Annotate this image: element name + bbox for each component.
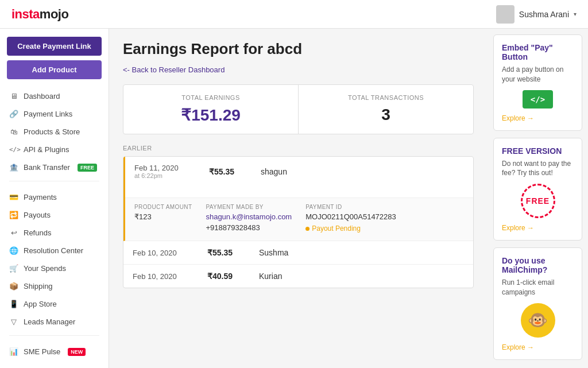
sidebar-item-label: Refunds	[24, 228, 51, 237]
sidebar-item-leads-manager[interactable]: ▽ Leads Manager	[0, 313, 109, 331]
free-version-title: FREE VERSION	[502, 146, 574, 156]
logo: instamojo	[11, 7, 68, 22]
txn-date-main: Feb 10, 2020	[133, 249, 196, 257]
nav-divider-1	[9, 181, 99, 181]
total-earnings-box: TOTAL EARNINGS ₹151.29	[123, 85, 299, 134]
txn-amount: ₹40.59	[207, 272, 247, 281]
create-payment-link-button[interactable]: Create Payment Link	[7, 37, 102, 56]
user-menu[interactable]: Sushma Arani ▾	[496, 5, 577, 24]
user-avatar	[496, 5, 514, 24]
payout-status: Payout Pending	[305, 224, 396, 233]
sidebar-item-label: SME Pulse	[24, 347, 60, 356]
txn-name: Sushma	[259, 248, 288, 257]
back-link[interactable]: <- Back to Reseller Dashboard	[123, 65, 225, 74]
free-version-card: FREE VERSION Do not want to pay the fee?…	[493, 138, 582, 241]
sidebar-item-label: App Store	[24, 300, 57, 308]
sidebar-item-label: Bank Transfer	[24, 163, 70, 172]
sidebar-item-your-spends[interactable]: 🛒 Your Spends	[0, 259, 109, 277]
txn-name: Kurian	[259, 272, 282, 281]
payment-email: shagun.k@instamojo.com	[206, 212, 292, 221]
txn-main-row: Feb 11, 2020 at 6:22pm ₹55.35 shagun	[125, 157, 473, 186]
page-title: Earnings Report for abcd	[123, 40, 474, 58]
txn-amount: ₹55.35	[207, 248, 247, 257]
sidebar-item-label: Resolution Center	[24, 246, 83, 255]
free-explore-link[interactable]: Explore →	[502, 224, 574, 232]
your-spends-icon: 🛒	[9, 264, 18, 273]
sidebar-nav-tertiary: 📊 SME Pulse NEW	[0, 343, 109, 361]
total-transactions-box: TOTAL TRANSACTIONS 3	[299, 85, 473, 134]
logo-text: instamojo	[11, 7, 68, 22]
mailchimp-card: Do you use MailChimp? Run 1-click email …	[493, 247, 582, 360]
section-earlier-label: EARLIER	[123, 145, 474, 152]
total-transactions-label: TOTAL TRANSACTIONS	[310, 94, 462, 101]
embed-pay-desc: Add a pay button on your website	[502, 65, 574, 84]
txn-name: shagun	[261, 167, 287, 176]
sidebar-item-refunds[interactable]: ↩ Refunds	[0, 224, 109, 242]
detail-product-amount: PRODUCT AMOUNT ₹123	[134, 204, 192, 233]
sidebar: Create Payment Link Add Product 🖥 Dashbo…	[0, 29, 109, 368]
sidebar-item-label: API & Plugins	[24, 145, 69, 154]
embed-pay-title: Embed "Pay" Button	[502, 43, 574, 61]
dashboard-icon: 🖥	[9, 92, 18, 100]
sidebar-item-api-plugins[interactable]: </> API & Plugins	[0, 141, 109, 158]
stats-row: TOTAL EARNINGS ₹151.29 TOTAL TRANSACTION…	[123, 84, 474, 134]
sidebar-item-sme-pulse[interactable]: 📊 SME Pulse NEW	[0, 343, 109, 361]
product-amount-label: PRODUCT AMOUNT	[134, 204, 192, 210]
embed-code-button[interactable]: </>	[523, 90, 553, 109]
sidebar-item-payment-links[interactable]: 🔗 Payment Links	[0, 105, 109, 123]
embed-pay-card: Embed "Pay" Button Add a pay button on y…	[493, 34, 582, 131]
total-earnings-value: ₹151.29	[135, 106, 287, 125]
leads-manager-icon: ▽	[9, 317, 18, 326]
free-badge-icon: FREE	[521, 184, 555, 218]
detail-payment-id: PAYMENT ID MOJO0211Q00A51472283 Payout P…	[305, 204, 396, 233]
payment-links-icon: 🔗	[9, 110, 18, 118]
txn-date-time: at 6:22pm	[134, 172, 198, 179]
sidebar-item-app-store[interactable]: 📱 App Store	[0, 295, 109, 313]
free-badge: FREE	[78, 164, 97, 172]
sidebar-item-payouts[interactable]: 🔁 Payouts	[0, 206, 109, 224]
mailchimp-icon: 🐵	[521, 303, 555, 338]
table-row[interactable]: Feb 11, 2020 at 6:22pm ₹55.35 shagun PRO…	[123, 157, 473, 241]
right-panel: Embed "Pay" Button Add a pay button on y…	[488, 29, 588, 368]
sidebar-item-dashboard[interactable]: 🖥 Dashboard	[0, 87, 109, 105]
sme-pulse-icon: 📊	[9, 347, 18, 356]
sidebar-item-resolution-center[interactable]: 🌐 Resolution Center	[0, 242, 109, 259]
table-row[interactable]: Feb 10, 2020 ₹55.35 Sushma	[123, 241, 473, 265]
txn-date: Feb 10, 2020	[133, 272, 196, 281]
txn-amount: ₹55.35	[209, 167, 249, 176]
embed-explore-link[interactable]: Explore →	[502, 114, 574, 122]
transactions-list: Feb 11, 2020 at 6:22pm ₹55.35 shagun PRO…	[123, 156, 474, 288]
detail-payment-made-by: PAYMENT MADE BY shagun.k@instamojo.com +…	[206, 204, 292, 233]
mailchimp-title: Do you use MailChimp?	[502, 256, 574, 274]
payout-dot-icon	[305, 227, 310, 231]
sidebar-item-label: Shipping	[24, 282, 53, 290]
sidebar-item-label: Payment Links	[24, 110, 72, 118]
sidebar-item-label: Payouts	[24, 211, 51, 219]
payment-id-label: PAYMENT ID	[305, 204, 396, 210]
sidebar-nav-primary: 🖥 Dashboard 🔗 Payment Links 🛍 Products &…	[0, 87, 109, 176]
payment-phone: +918879328483	[206, 223, 292, 232]
bank-transfer-icon: 🏦	[9, 163, 18, 172]
txn-date-main: Feb 11, 2020	[134, 164, 198, 172]
sidebar-item-shipping[interactable]: 📦 Shipping	[0, 277, 109, 295]
sidebar-item-label: Dashboard	[24, 92, 60, 100]
free-version-desc: Do not want to pay the fee? Try this out…	[502, 159, 574, 179]
user-name: Sushma Arani	[519, 10, 569, 19]
payment-made-by-label: PAYMENT MADE BY	[206, 204, 292, 210]
txn-date: Feb 10, 2020	[133, 249, 196, 257]
add-product-button[interactable]: Add Product	[7, 60, 102, 79]
total-earnings-label: TOTAL EARNINGS	[135, 94, 287, 101]
payments-icon: 💳	[9, 193, 18, 202]
nav-divider-2	[9, 335, 99, 336]
sidebar-item-label: Your Spends	[24, 264, 66, 273]
sidebar-item-payments[interactable]: 💳 Payments	[0, 188, 109, 206]
total-transactions-value: 3	[310, 106, 462, 124]
api-plugins-icon: </>	[9, 146, 18, 153]
shipping-icon: 📦	[9, 282, 18, 290]
sidebar-item-bank-transfer[interactable]: 🏦 Bank Transfer FREE	[0, 158, 109, 176]
table-row[interactable]: Feb 10, 2020 ₹40.59 Kurian	[123, 265, 473, 288]
mailchimp-explore-link[interactable]: Explore →	[502, 343, 574, 351]
chevron-down-icon: ▾	[574, 11, 577, 17]
sidebar-item-label: Leads Manager	[24, 317, 75, 326]
sidebar-item-products-store[interactable]: 🛍 Products & Store	[0, 123, 109, 141]
